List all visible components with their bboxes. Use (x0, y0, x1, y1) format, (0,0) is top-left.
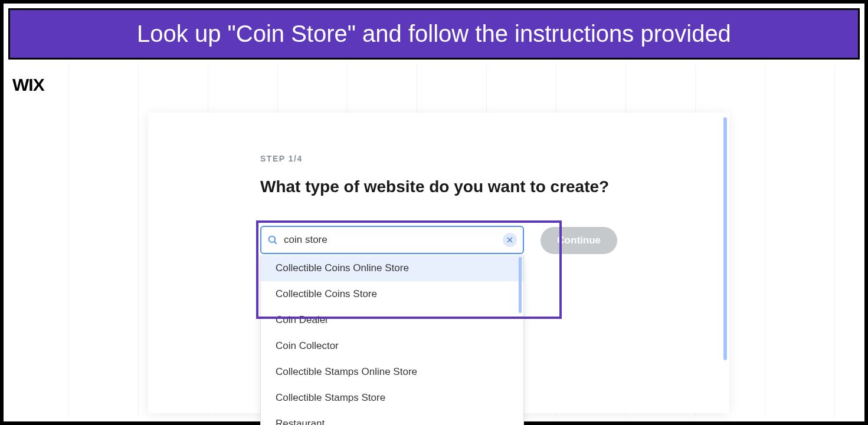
suggestion-item[interactable]: Collectible Stamps Online Store (261, 359, 523, 385)
wix-logo: WIX (12, 75, 44, 95)
search-container: Collectible Coins Online Store Collectib… (260, 226, 524, 254)
search-input[interactable] (284, 234, 503, 246)
instruction-banner: Look up "Coin Store" and follow the inst… (8, 8, 860, 60)
content-area: WIX STEP 1/4 What type of website do you… (4, 64, 864, 417)
search-input-wrap[interactable] (260, 226, 524, 254)
suggestion-item[interactable]: Coin Dealer (261, 307, 523, 333)
page-frame: Look up "Coin Store" and follow the inst… (0, 0, 868, 425)
card-scrollbar[interactable] (723, 117, 727, 360)
search-row: Collectible Coins Online Store Collectib… (260, 226, 617, 254)
search-icon (267, 235, 278, 245)
dropdown-scrollbar[interactable] (519, 257, 522, 313)
onboarding-card: STEP 1/4 What type of website do you wan… (148, 113, 729, 413)
suggestions-dropdown: Collectible Coins Online Store Collectib… (260, 255, 524, 425)
suggestion-item[interactable]: Collectible Coins Store (261, 281, 523, 307)
svg-point-0 (269, 236, 276, 243)
card-content: STEP 1/4 What type of website do you wan… (148, 113, 729, 254)
svg-line-1 (274, 242, 277, 244)
suggestion-item[interactable]: Collectible Stamps Store (261, 385, 523, 411)
page-heading: What type of website do you want to crea… (260, 177, 617, 196)
clear-search-button[interactable] (503, 233, 517, 247)
instruction-text: Look up "Coin Store" and follow the inst… (137, 21, 731, 47)
suggestion-item[interactable]: Coin Collector (261, 333, 523, 359)
step-indicator: STEP 1/4 (260, 154, 617, 163)
continue-button[interactable]: Continue (541, 227, 617, 254)
suggestion-item[interactable]: Restaurant (261, 411, 523, 425)
suggestion-item[interactable]: Collectible Coins Online Store (261, 255, 523, 281)
